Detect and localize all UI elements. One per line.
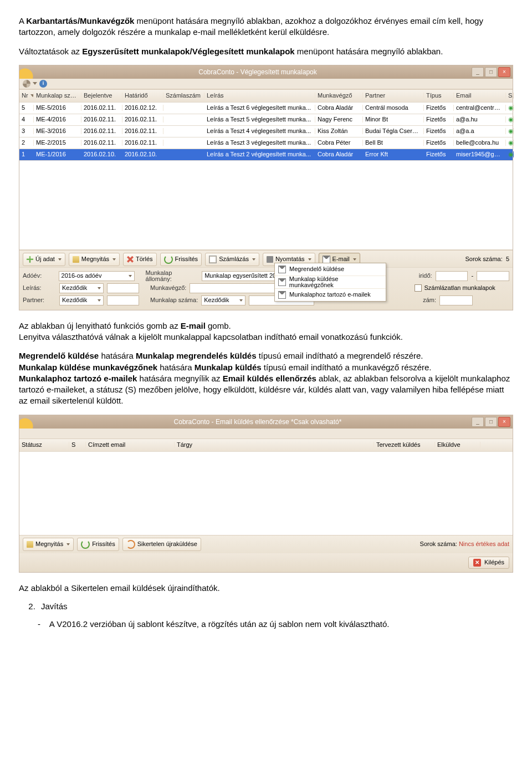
cell: 2016.02.11. — [122, 128, 163, 134]
cell: Fizetős — [424, 105, 454, 111]
col-elkuldve[interactable]: Elküldve — [435, 442, 480, 448]
cell: Cobra Aladár — [315, 151, 363, 157]
irido-to-input[interactable] — [477, 271, 509, 281]
cell: Leírás a Teszt 4 véglegesített munka... — [204, 128, 315, 134]
maximize-button[interactable]: □ — [485, 417, 497, 427]
col-cimzett[interactable]: Címzett email — [86, 442, 175, 448]
cell: 2016.02.11. — [122, 116, 163, 123]
cell: belle@cobra.hu — [454, 140, 506, 146]
exit-button[interactable]: ✕Kilépés — [468, 557, 509, 569]
munkavegzo-label: Munkavégző: — [150, 285, 186, 291]
mid-paragraph-1: Az ablakban új lenyitható funkciós gomb … — [19, 320, 513, 343]
leiras-label: Leírás: — [23, 285, 56, 291]
irido-label: iridő: — [419, 273, 432, 279]
window-title: CobraConto - Email küldés ellenőrzése *C… — [44, 419, 472, 425]
col-munkavegzo[interactable]: Munkavégző — [315, 93, 363, 99]
chevron-down-icon — [353, 258, 356, 261]
plus-icon — [27, 256, 33, 263]
adoev-label: Adóév: — [23, 273, 55, 279]
col-munkalap-szama[interactable]: Munkalap száma — [34, 93, 81, 99]
intro-paragraph-2: Változtatások az Egyszerűsített munkalap… — [19, 46, 513, 57]
szamlazatlan-check-wrap[interactable]: Számlázatlan munkalapok — [415, 284, 495, 292]
munkalapszam-mode-combo[interactable]: Kezdődik — [201, 295, 245, 305]
quick-access-bar — [19, 429, 513, 439]
cell: 2016.02.11. — [122, 140, 163, 146]
popup-send-order[interactable]: Megrendelő küldése — [275, 263, 386, 276]
col-status[interactable]: S — [506, 93, 514, 99]
col-hatarido[interactable]: Határidő — [122, 93, 163, 99]
maximize-button[interactable]: □ — [485, 67, 497, 77]
dash: - — [471, 273, 473, 279]
col-partner[interactable]: Partner — [363, 93, 424, 99]
cell: Budai Tégla Cserép ... — [363, 128, 424, 134]
close-icon: ✕ — [473, 559, 481, 567]
quick-access-bar: i — [19, 79, 513, 89]
cell: a@a.a — [454, 128, 506, 134]
table-row[interactable]: 4ME-4/20162016.02.11.2016.02.11.Leírás a… — [19, 114, 513, 126]
open-button[interactable]: Megnyitás — [23, 538, 74, 551]
cell: Fizetős — [424, 140, 454, 146]
delete-button[interactable]: Törlés — [123, 253, 157, 266]
mid-paragraph-2: Megrendelő küldése hatására Munkalap meg… — [19, 350, 513, 406]
bullet-item: - A V2016.2 verzióban új sablont készítv… — [38, 619, 513, 630]
col-szamlaszam[interactable]: Számlaszám — [163, 93, 204, 99]
cell: Fizetős — [424, 128, 454, 134]
cell: miser1945@gma... — [454, 151, 506, 157]
cell: central@central.hu — [454, 105, 506, 111]
chevron-down-icon[interactable] — [33, 82, 37, 85]
col-tipus[interactable]: Típus — [424, 93, 454, 99]
irido-from-input[interactable] — [436, 271, 468, 281]
col-tervezett[interactable]: Tervezett küldés — [374, 442, 435, 448]
new-button[interactable]: Új adat — [23, 253, 65, 266]
chevron-down-icon — [66, 543, 70, 545]
col-email[interactable]: Email — [454, 93, 506, 99]
gear-icon[interactable] — [23, 80, 30, 88]
col-nr[interactable]: Nr — [19, 93, 34, 99]
col-s[interactable]: S — [69, 442, 86, 448]
col-bejelentve[interactable]: Bejelentve — [81, 93, 122, 99]
leiras-mode-combo[interactable]: Kezdődik — [59, 283, 104, 293]
status-icon: ◉ — [506, 116, 514, 123]
cell: Fizetős — [424, 151, 454, 157]
table-row[interactable]: 3ME-3/20162016.02.11.2016.02.11.Leírás a… — [19, 126, 513, 137]
szamlazatlan-label: Számlázatlan munkalapok — [424, 285, 495, 291]
leiras-input[interactable] — [107, 283, 139, 293]
open-button[interactable]: Megnyitás — [69, 253, 120, 266]
minimize-button[interactable]: _ — [472, 67, 484, 77]
text: menüpont hatására megnyíló ablakban. — [295, 47, 443, 56]
mail-icon — [278, 278, 286, 286]
adoev-combo[interactable]: 2016-os adóév — [59, 271, 135, 281]
refresh-button[interactable]: Frissítés — [160, 253, 202, 266]
close-button[interactable]: × — [498, 67, 510, 77]
partner-input[interactable] — [107, 295, 139, 305]
table-row[interactable]: 1ME-1/20162016.02.10.2016.02.10.Leírás a… — [19, 149, 513, 161]
zam-input[interactable] — [439, 295, 473, 305]
chevron-down-icon — [252, 258, 255, 261]
menu-name: Karbantartás/Munkavégzők — [26, 16, 134, 26]
col-targy[interactable]: Tárgy — [175, 442, 374, 448]
cell: Kiss Zoltán — [315, 128, 363, 134]
retry-button[interactable]: Sikertelen újraküldése — [122, 538, 201, 551]
row-count: Sorok száma: 5 — [466, 256, 510, 262]
mail-icon — [278, 291, 286, 299]
mail-icon — [278, 266, 286, 273]
cell: Leírás a Teszt 3 véglegesített munka... — [204, 140, 315, 146]
close-button[interactable]: × — [498, 417, 510, 427]
popup-send-worker[interactable]: Munkalap küldése munkavégzőnek — [275, 276, 386, 289]
cell: Leírás a Teszt 2 véglegesített munka... — [204, 151, 315, 157]
invoice-button[interactable]: Számlázás — [205, 253, 259, 266]
list-item-javitas: Javítás — [38, 601, 513, 611]
col-statusz[interactable]: Státusz — [19, 442, 69, 448]
window-title: CobraConto - Véglegesített munkalapok — [44, 69, 472, 75]
cell: 2016.02.11. — [81, 140, 122, 146]
minimize-button[interactable]: _ — [472, 417, 484, 427]
folder-icon — [73, 256, 79, 263]
refresh-button[interactable]: Frissítés — [77, 538, 119, 551]
popup-related-emails[interactable]: Munkalaphoz tartozó e-mailek — [275, 289, 386, 301]
col-leiras[interactable]: Leírás — [204, 93, 315, 99]
app-logo-icon — [19, 415, 44, 429]
table-row[interactable]: 5ME-5/20162016.02.11.2016.02.12.Leírás a… — [19, 103, 513, 114]
table-row[interactable]: 2ME-2/20152016.02.11.2016.02.11.Leírás a… — [19, 137, 513, 149]
info-icon[interactable]: i — [39, 80, 47, 88]
partner-mode-combo[interactable]: Kezdődik — [59, 295, 104, 305]
